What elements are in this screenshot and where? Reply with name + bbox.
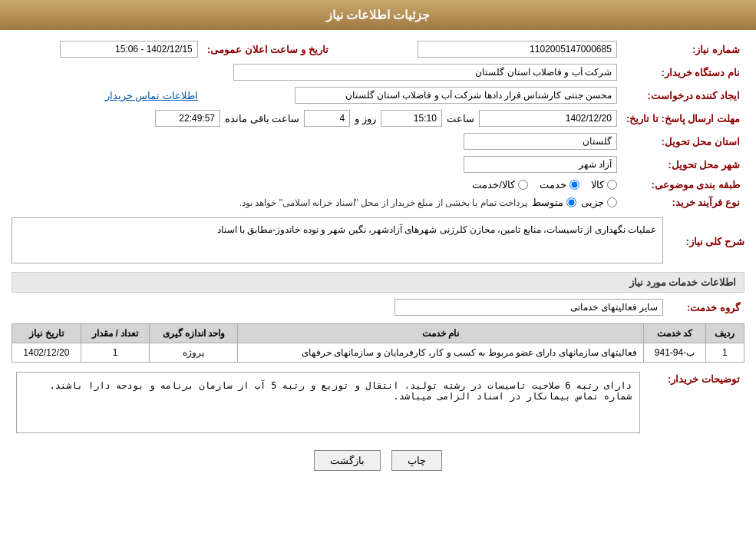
category-kala-khedmat: کالا/خدمت <box>472 179 528 190</box>
deadline-time-label: ساعت <box>447 113 474 124</box>
page-header: جزئیات اطلاعات نیاز <box>0 0 756 30</box>
general-desc-label: شرح کلی نیاز: <box>668 236 744 247</box>
category-khedmat: خدمت <box>540 179 579 190</box>
radio-khedmat-label: خدمت <box>540 179 566 190</box>
col-header-row: ردیف <box>705 324 744 343</box>
category-kala: کالا <box>591 179 617 190</box>
col-header-unit: واحد اندازه گیری <box>150 324 238 343</box>
cell-row: 1 <box>705 343 744 363</box>
cell-code: ب-94-941 <box>644 343 706 363</box>
purchase-motavaset: متوسط <box>532 197 576 208</box>
deadline-remaining-label: ساعت باقی مانده <box>225 113 299 124</box>
radio-motavaset[interactable] <box>566 197 576 207</box>
col-header-count: تعداد / مقدار <box>81 324 150 343</box>
print-button[interactable]: چاپ <box>391 450 442 471</box>
services-section-header: اطلاعات خدمات مورد نیاز <box>12 272 744 293</box>
row-creator: ایجاد کننده درخواست: اطلاعات تماس خریدار <box>12 84 744 107</box>
row-buyer-notes: توضیحات خریدار: 🛡 AltaTender.net <box>12 369 744 439</box>
col-header-name: نام خدمت <box>238 324 644 343</box>
need-number-input[interactable] <box>418 41 617 58</box>
buyer-notes-table: توضیحات خریدار: 🛡 AltaTender.net <box>12 369 744 439</box>
creator-label: ایجاد کننده درخواست: <box>622 84 744 107</box>
row-service-group: گروه خدمت: <box>12 296 744 319</box>
row-purchase-type: نوع فرآیند خرید: جزیی متوسط پرداخت ت <box>12 194 744 211</box>
row-province: استان محل تحویل: <box>12 130 744 153</box>
deadline-date-input[interactable] <box>479 110 617 127</box>
province-input[interactable] <box>464 133 617 150</box>
cell-name: فعالیتهای سازمانهای دارای عضو مربوط به ک… <box>238 343 644 363</box>
radio-jozi-label: جزیی <box>581 197 604 208</box>
city-label: شهر محل تحویل: <box>622 153 744 176</box>
cell-date: 1402/12/20 <box>12 343 81 363</box>
row-need-number: شماره نیاز: تاریخ و ساعت اعلان عمومی: <box>12 38 744 61</box>
deadline-days-input[interactable] <box>304 110 350 127</box>
buyer-org-label: نام دستگاه خریدار: <box>622 61 744 84</box>
buyer-notes-input[interactable] <box>16 372 640 433</box>
deadline-remaining-input[interactable] <box>155 110 220 127</box>
service-group-label: گروه خدمت: <box>668 296 744 319</box>
city-input[interactable] <box>464 156 617 173</box>
purchase-type-row: جزیی متوسط پرداخت تمام یا بخشی از مبلغ خ… <box>16 197 617 208</box>
deadline-label: مهلت ارسال پاسخ: تا تاریخ: <box>622 107 744 130</box>
page-title: جزئیات اطلاعات نیاز <box>326 8 431 22</box>
announce-date-label: تاریخ و ساعت اعلان عمومی: <box>203 38 352 61</box>
purchase-type-label: نوع فرآیند خرید: <box>622 194 744 211</box>
radio-khedmat[interactable] <box>569 180 579 190</box>
purchase-note: پرداخت تمام یا بخشی از مبلغ خریدار از مح… <box>239 197 527 208</box>
row-buyer-org: نام دستگاه خریدار: <box>12 61 744 84</box>
buttons-row: چاپ بازگشت <box>12 450 744 471</box>
creator-input[interactable] <box>295 87 617 104</box>
row-city: شهر محل تحویل: <box>12 153 744 176</box>
deadline-time-input[interactable] <box>381 110 442 127</box>
province-label: استان محل تحویل: <box>622 130 744 153</box>
row-deadline: مهلت ارسال پاسخ: تا تاریخ: ساعت روز و سا… <box>12 107 744 130</box>
general-desc-input[interactable] <box>12 217 663 263</box>
radio-kala-khedmat[interactable] <box>518 180 528 190</box>
services-table-header-row: ردیف کد خدمت نام خدمت واحد اندازه گیری ت… <box>12 324 744 343</box>
services-table: ردیف کد خدمت نام خدمت واحد اندازه گیری ت… <box>12 323 744 363</box>
buyer-notes-container: 🛡 AltaTender.net <box>16 372 640 436</box>
radio-jozi[interactable] <box>607 197 617 207</box>
radio-kala-label: کالا <box>591 179 604 190</box>
general-desc-section: شرح کلی نیاز: 🛡 AltaTender.net <box>12 217 744 266</box>
content-area: شماره نیاز: تاریخ و ساعت اعلان عمومی: نا… <box>0 30 756 490</box>
need-number-label: شماره نیاز: <box>622 38 744 61</box>
cell-count: 1 <box>81 343 150 363</box>
category-radio-group: کالا خدمت کالا/خدمت <box>16 179 617 190</box>
contact-link[interactable]: اطلاعات تماس خریدار <box>105 90 198 101</box>
radio-kala[interactable] <box>607 180 617 190</box>
service-group-input[interactable] <box>395 299 663 316</box>
buyer-org-input[interactable] <box>233 64 617 81</box>
table-row: 1 ب-94-941 فعالیتهای سازمانهای دارای عضو… <box>12 343 744 363</box>
category-label: طبقه بندی موضوعی: <box>622 176 744 194</box>
row-category: طبقه بندی موضوعی: کالا خدمت <box>12 176 744 194</box>
purchase-jozi: جزیی <box>581 197 617 208</box>
deadline-days-label: روز و <box>355 113 376 124</box>
cell-unit: پروژه <box>150 343 238 363</box>
col-header-code: کد خدمت <box>644 324 706 343</box>
back-button[interactable]: بازگشت <box>314 450 381 471</box>
col-header-date: تاریخ نیاز <box>12 324 81 343</box>
service-group-table: گروه خدمت: <box>12 296 744 319</box>
radio-kala-khedmat-label: کالا/خدمت <box>472 179 515 190</box>
radio-motavaset-label: متوسط <box>532 197 563 208</box>
deadline-row: ساعت روز و ساعت باقی مانده <box>16 110 617 127</box>
announce-date-input[interactable] <box>60 41 198 58</box>
page-wrapper: جزئیات اطلاعات نیاز شماره نیاز: تاریخ و … <box>0 0 756 540</box>
main-form-table: شماره نیاز: تاریخ و ساعت اعلان عمومی: نا… <box>12 38 744 211</box>
buyer-notes-label: توضیحات خریدار: <box>645 369 744 439</box>
general-desc-container: 🛡 AltaTender.net <box>12 217 663 266</box>
